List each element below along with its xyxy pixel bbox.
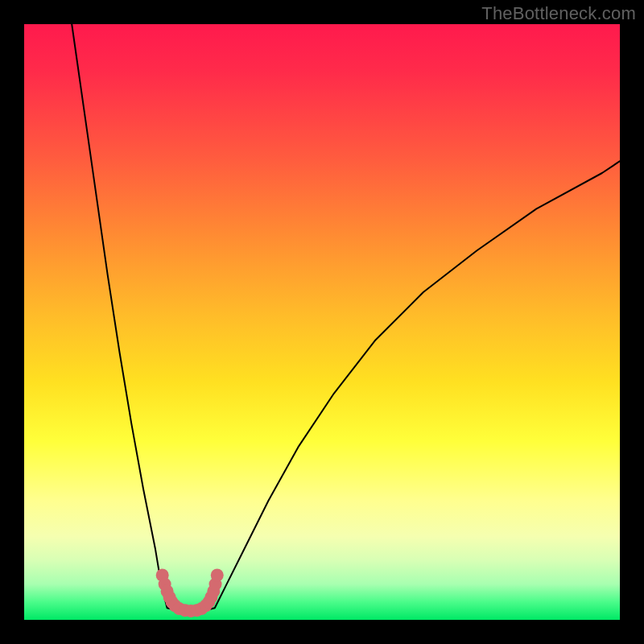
valley-marker-group xyxy=(156,569,224,617)
plot-area xyxy=(24,24,620,620)
watermark-text: TheBottleneck.com xyxy=(481,3,636,24)
chart-frame: TheBottleneck.com xyxy=(0,0,644,644)
chart-svg xyxy=(24,24,620,620)
valley-marker-dot xyxy=(211,569,224,582)
bottleneck-curve xyxy=(72,24,620,612)
